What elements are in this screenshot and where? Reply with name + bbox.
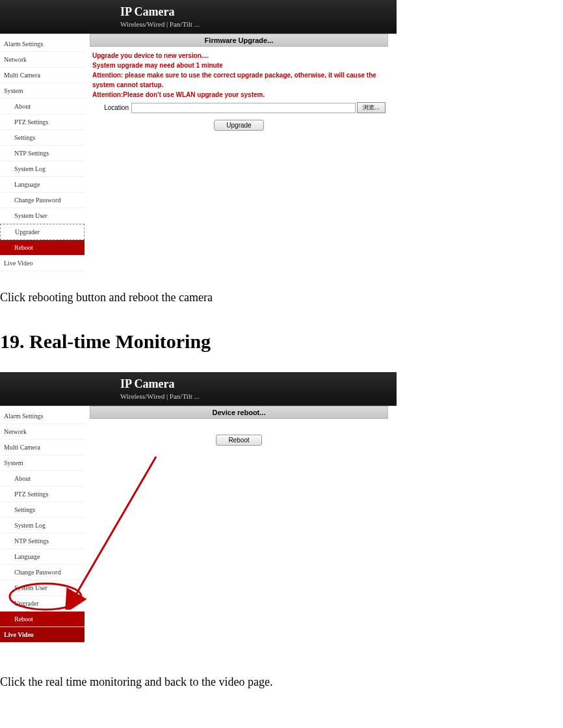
warning-line: Attention: please make sure to use the c… <box>92 70 386 90</box>
sidebar-item[interactable]: NTP Settings <box>0 533 85 549</box>
sidebar-item[interactable]: Multi Camera <box>0 68 85 83</box>
sidebar-item[interactable]: Reboot <box>0 240 85 256</box>
sidebar-item[interactable]: System <box>0 83 85 99</box>
instruction-text: Click the real time monitoring and back … <box>0 643 563 702</box>
warning-line: System upgrade may need about 1 minute <box>92 61 386 70</box>
app-subtitle: Wireless/Wired | Pan/Tilt ... <box>120 20 397 28</box>
sidebar-item[interactable]: About <box>0 99 85 115</box>
panel-title-reboot: Device reboot... <box>90 406 388 419</box>
sidebar-item[interactable]: Reboot <box>0 612 85 627</box>
app-header: IP Camera Wireless/Wired | Pan/Tilt ... <box>0 372 397 406</box>
sidebar-item[interactable]: Live Video <box>0 256 85 271</box>
sidebar-nav-2: Alarm SettingsNetworkMulti CameraSystemA… <box>0 406 85 643</box>
app-header: IP Camera Wireless/Wired | Pan/Tilt ... <box>0 0 397 34</box>
sidebar-item[interactable]: PTZ Settings <box>0 487 85 502</box>
sidebar-item[interactable]: Upgrader <box>0 224 85 240</box>
sidebar-item[interactable]: Settings <box>0 502 85 518</box>
sidebar-item[interactable]: System User <box>0 580 85 596</box>
sidebar-item[interactable]: NTP Settings <box>0 146 85 161</box>
sidebar-item[interactable]: Change Password <box>0 565 85 580</box>
reboot-button[interactable]: Reboot <box>216 435 261 446</box>
sidebar-item[interactable]: Live Video <box>0 627 85 643</box>
warning-line: Upgrade you device to new version.... <box>92 51 386 61</box>
app-title: IP Camera <box>120 5 397 19</box>
sidebar-item[interactable]: PTZ Settings <box>0 115 85 130</box>
sidebar-item[interactable]: Alarm Settings <box>0 36 85 52</box>
section-heading: 19. Real-time Monitoring <box>0 317 563 372</box>
sidebar-item[interactable]: System <box>0 455 85 471</box>
sidebar-item[interactable]: Language <box>0 549 85 565</box>
warning-line: Attention:Please don't use WLAN upgrade … <box>92 90 386 100</box>
browse-button[interactable]: 浏览... <box>357 102 386 113</box>
screenshot-firmware-upgrade: IP Camera Wireless/Wired | Pan/Tilt ... … <box>0 0 397 271</box>
instruction-text: Click rebooting button and reboot the ca… <box>0 271 563 317</box>
location-label: Location <box>92 104 131 111</box>
location-input[interactable] <box>131 103 356 113</box>
sidebar-item[interactable]: Change Password <box>0 193 85 208</box>
sidebar-item[interactable]: Settings <box>0 130 85 146</box>
sidebar-item[interactable]: Multi Camera <box>0 440 85 455</box>
sidebar-item[interactable]: Network <box>0 424 85 440</box>
sidebar-nav-1: Alarm SettingsNetworkMulti CameraSystemA… <box>0 34 85 271</box>
sidebar-item[interactable]: System User <box>0 208 85 224</box>
sidebar-item[interactable]: Alarm Settings <box>0 409 85 424</box>
panel-title-firmware: Firmware Upgrade... <box>90 34 388 47</box>
sidebar-item[interactable]: System Log <box>0 518 85 533</box>
app-subtitle: Wireless/Wired | Pan/Tilt ... <box>120 392 397 400</box>
sidebar-item[interactable]: Network <box>0 52 85 68</box>
sidebar-item[interactable]: System Log <box>0 161 85 177</box>
sidebar-item[interactable]: Upgrader <box>0 596 85 612</box>
upgrade-button[interactable]: Upgrade <box>214 120 263 131</box>
sidebar-item[interactable]: About <box>0 471 85 487</box>
sidebar-item[interactable]: Language <box>0 177 85 193</box>
screenshot-device-reboot: IP Camera Wireless/Wired | Pan/Tilt ... … <box>0 372 397 643</box>
app-title: IP Camera <box>120 377 397 391</box>
